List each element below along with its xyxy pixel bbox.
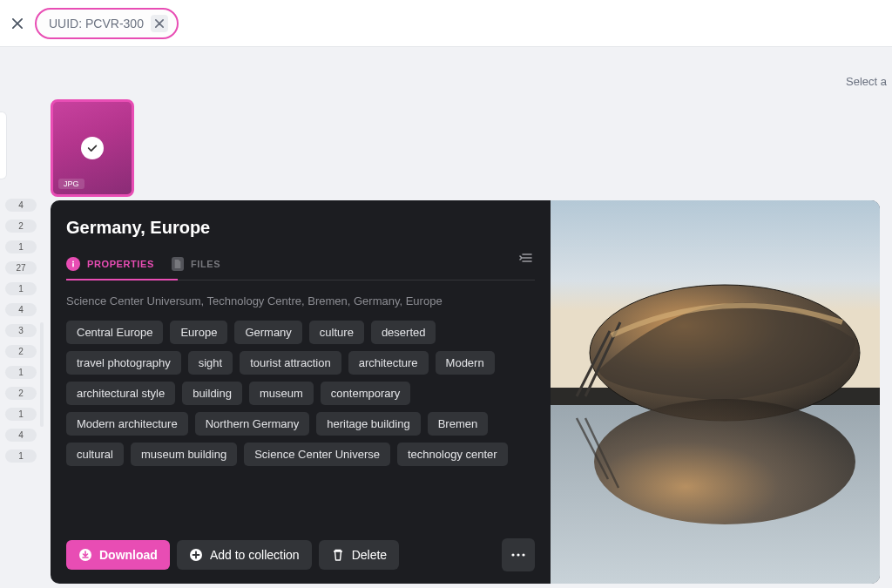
sidebar-panel-edge xyxy=(0,112,7,179)
tag-chip[interactable]: Science Center Universe xyxy=(244,443,390,466)
download-icon xyxy=(78,548,92,562)
tag-chip[interactable]: museum xyxy=(249,382,314,405)
tag-chip[interactable]: deserted xyxy=(371,321,436,344)
top-search-bar: UUID: PCVR-300 xyxy=(0,0,892,47)
tag-chip[interactable]: sight xyxy=(188,351,233,375)
tag-chip[interactable]: Central Europe xyxy=(66,321,163,344)
tag-list: Central EuropeEuropeGermanyculturedesert… xyxy=(66,321,535,466)
svg-point-12 xyxy=(594,399,855,524)
more-actions-button[interactable] xyxy=(502,538,535,571)
svg-point-4 xyxy=(511,553,514,556)
search-chip-label: UUID: PCVR-300 xyxy=(49,17,144,30)
tag-chip[interactable]: heritage building xyxy=(316,412,420,436)
detail-tabs: PROPERTIES FILES xyxy=(66,252,535,280)
detail-properties-pane: Germany, Europe PROPERTIES FILES xyxy=(51,200,551,584)
ellipsis-icon xyxy=(511,553,525,557)
thumbnail-grid: JPG xyxy=(51,99,134,197)
sidebar-counts: 42127143212141 xyxy=(0,199,37,463)
add-to-collection-button[interactable]: Add to collection xyxy=(177,540,312,570)
download-label: Download xyxy=(99,548,158,562)
tab-properties[interactable]: PROPERTIES xyxy=(66,252,154,280)
svg-point-0 xyxy=(72,261,74,263)
action-bar: Download Add to collection Delete xyxy=(66,538,535,571)
sidebar-count-badge[interactable]: 27 xyxy=(5,261,37,274)
svg-rect-1 xyxy=(72,263,74,267)
tab-files[interactable]: FILES xyxy=(172,252,220,280)
tag-chip[interactable]: technology center xyxy=(397,443,508,466)
add-collection-label: Add to collection xyxy=(210,548,300,562)
close-search-icon[interactable] xyxy=(9,15,26,32)
tag-chip[interactable]: tourist attraction xyxy=(240,351,341,375)
divider-handle[interactable] xyxy=(40,322,44,427)
file-icon xyxy=(172,257,184,271)
sidebar-count-badge[interactable]: 4 xyxy=(5,303,37,316)
plus-circle-icon xyxy=(189,548,203,562)
remove-filter-icon[interactable] xyxy=(151,15,168,32)
search-filter-chip[interactable]: UUID: PCVR-300 xyxy=(35,8,179,39)
trash-icon xyxy=(331,548,345,562)
sidebar-count-badge[interactable]: 1 xyxy=(5,408,37,421)
asset-detail-panel: Germany, Europe PROPERTIES FILES xyxy=(51,200,880,584)
sidebar-count-badge[interactable]: 4 xyxy=(5,199,37,212)
selected-check-icon xyxy=(81,137,104,159)
tag-chip[interactable]: architectural style xyxy=(66,382,175,405)
info-icon xyxy=(66,257,80,271)
tag-chip[interactable]: cultural xyxy=(66,443,124,466)
tag-chip[interactable]: travel photography xyxy=(66,351,181,375)
tag-chip[interactable]: building xyxy=(182,382,242,405)
sidebar-count-badge[interactable]: 1 xyxy=(5,240,37,253)
tag-chip[interactable]: Modern architecture xyxy=(66,412,188,436)
tag-chip[interactable]: Europe xyxy=(170,321,227,344)
svg-point-5 xyxy=(517,553,519,556)
tag-chip[interactable]: architecture xyxy=(348,351,429,375)
tag-chip[interactable]: culture xyxy=(309,321,364,344)
sidebar-count-badge[interactable]: 4 xyxy=(5,429,37,442)
tag-chip[interactable]: Modern xyxy=(436,351,495,375)
delete-button[interactable]: Delete xyxy=(319,540,399,570)
asset-preview-image[interactable] xyxy=(551,200,880,584)
tab-files-label: FILES xyxy=(191,259,220,269)
sidebar-count-badge[interactable]: 2 xyxy=(5,220,37,233)
asset-description: Science Center Universum, Technology Cen… xyxy=(66,293,535,310)
delete-label: Delete xyxy=(352,548,387,562)
svg-point-6 xyxy=(522,553,524,556)
tag-chip[interactable]: museum building xyxy=(131,443,237,466)
sidebar-count-badge[interactable]: 3 xyxy=(5,324,37,337)
tag-chip[interactable]: Northern Germany xyxy=(195,412,310,436)
sidebar-count-badge[interactable]: 1 xyxy=(5,282,37,295)
asset-title: Germany, Europe xyxy=(66,218,535,238)
sidebar-count-badge[interactable]: 2 xyxy=(5,345,37,358)
sidebar-count-badge[interactable]: 1 xyxy=(5,366,37,379)
header-hint-text: Select a xyxy=(846,75,887,88)
tag-chip[interactable]: contemporary xyxy=(321,382,410,405)
tab-active-underline xyxy=(66,279,178,280)
asset-thumbnail[interactable]: JPG xyxy=(51,99,134,197)
sidebar-count-badge[interactable]: 2 xyxy=(5,387,37,400)
tag-chip[interactable]: Bremen xyxy=(428,412,489,436)
sidebar-count-badge[interactable]: 1 xyxy=(5,449,37,463)
download-button[interactable]: Download xyxy=(66,540,170,570)
tab-properties-label: PROPERTIES xyxy=(87,259,154,269)
thumbnail-format-badge: JPG xyxy=(58,179,84,189)
tag-chip[interactable]: Germany xyxy=(234,321,301,344)
collapse-panel-icon[interactable] xyxy=(519,252,535,280)
